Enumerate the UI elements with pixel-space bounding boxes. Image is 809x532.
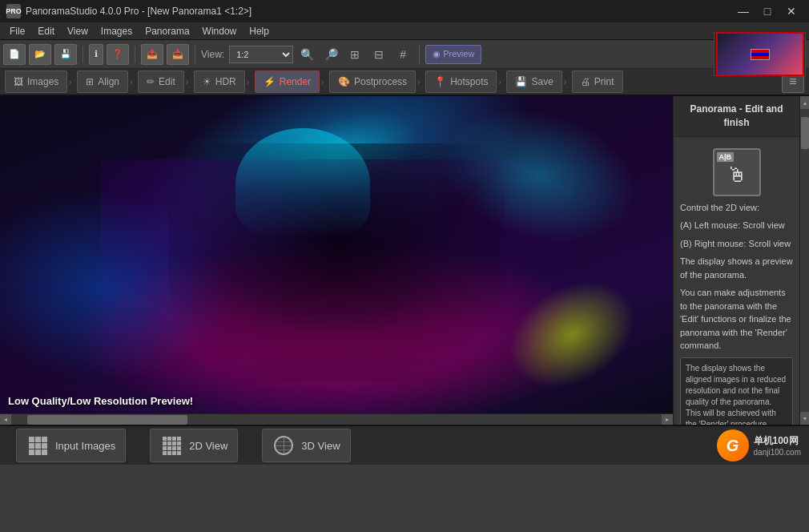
tab-2d-view[interactable]: 2D View [150,429,238,462]
grid-toggle[interactable]: ⊟ [368,44,389,65]
step-edit-label: Edit [159,76,175,87]
step-hotspots-label: Hotspots [450,76,488,87]
panel-content: A|B 🖱 Control the 2D view: (A) Left mous… [674,137,799,425]
separator-2 [135,46,135,63]
canvas-area[interactable]: Low Quality/Low Resolution Preview! [0,96,673,413]
minimize-button[interactable]: — [732,3,755,19]
step-print[interactable]: 🖨 Print [572,71,623,93]
scroll-left-button[interactable]: ◂ [0,414,11,425]
bottom-tabs: Input Images 2D View 3D View G 单机 [0,425,809,465]
help-button[interactable]: ❓ [107,44,129,65]
step-align[interactable]: ⊞ Align [77,71,128,93]
watermark: G 单机100网 danji100.com [717,429,801,461]
watermark-url: danji100.com [754,448,801,457]
hash-button[interactable]: # [392,44,413,65]
zoom-out-button[interactable]: 🔎 [320,44,341,65]
mouse-a-desc: (A) Left mouse: Scroll view [680,219,793,232]
view-zoom-select[interactable]: 1:2 1:1 1:4 Fit [229,46,293,63]
v-scroll-thumb[interactable] [801,117,809,149]
step-images[interactable]: 🖼 Images [5,71,67,93]
tab-input-images-label: Input Images [55,440,115,452]
h-scroll-thumb[interactable] [27,415,187,425]
titlebar: PRO PanoramaStudio 4.0.0 Pro - [New Pano… [0,0,809,22]
separator-1 [83,46,83,63]
view-label: View: [201,49,224,60]
right-panel: Panorama - Edit and finish A|B 🖱 Control… [673,96,799,425]
mouse-b-desc: (B) Right mouse: Scroll view [680,237,793,251]
print-icon: 🖨 [581,76,590,87]
fit-button[interactable]: ⊞ [344,44,365,65]
thumb-image [716,32,804,76]
thumb-flag [751,49,770,60]
2d-view-icon [160,434,183,457]
step-hdr[interactable]: ☀ HDR [194,71,245,93]
titlebar-left: PRO PanoramaStudio 4.0.0 Pro - [New Pano… [6,4,252,18]
menu-edit[interactable]: Edit [31,24,61,38]
edit-icon: ✏ [147,76,155,87]
import-button[interactable]: 📥 [167,44,189,65]
info-button[interactable]: ℹ [89,44,103,65]
panel-title: Panorama - Edit and finish [674,96,799,137]
step-postprocess-label: Postprocess [354,76,407,87]
preview-button[interactable]: ◉ Preview [425,45,481,64]
save-icon: 💾 [515,76,527,87]
step-images-label: Images [27,76,58,87]
panel-desc2: You can make adjustments to the panorama… [680,286,793,353]
vertical-scrollbar[interactable]: ▴ ▾ [799,96,809,425]
horizontal-scrollbar[interactable]: ◂ ▸ [0,413,673,425]
step-render[interactable]: ⚡ Render [255,71,320,93]
zoom-in-button[interactable]: 🔍 [296,44,317,65]
v-scroll-track[interactable] [800,109,809,412]
step-save[interactable]: 💾 Save [506,71,561,93]
mouse-icon: 🖱 [726,163,747,187]
app-title: PanoramaStudio 4.0.0 Pro - [New Panorama… [26,6,252,17]
step-hotspots[interactable]: 📍 Hotspots [425,71,497,93]
maximize-button[interactable]: □ [756,3,779,19]
new-button[interactable]: 📄 [3,44,26,65]
steps-toolbar: 🖼 Images › ⊞ Align › ✏ Edit › ☀ HDR › ⚡ … [0,69,809,96]
menu-window[interactable]: Window [196,24,244,38]
menu-help[interactable]: Help [243,24,276,38]
control-header: Control the 2D view: [680,201,793,215]
export-button[interactable]: 📤 [141,44,163,65]
align-icon: ⊞ [86,76,94,87]
step-align-label: Align [98,76,119,87]
ab-badge: A|B [717,152,735,162]
scroll-up-button[interactable]: ▴ [800,96,809,109]
save-tb-button[interactable]: 💾 [54,44,77,65]
postprocess-icon: 🎨 [338,76,350,87]
step-save-label: Save [531,76,553,87]
panel-note: The display shows the aligned images in … [680,357,793,425]
step-edit[interactable]: ✏ Edit [138,71,184,93]
step-render-label: Render [280,76,311,87]
main-wrapper: Low Quality/Low Resolution Preview! ◂ ▸ … [0,96,809,425]
thumbnail-preview [714,32,806,76]
watermark-text-block: 单机100网 danji100.com [754,434,801,457]
scroll-down-button[interactable]: ▾ [800,412,809,425]
app-logo: PRO [6,4,21,18]
menu-images[interactable]: Images [95,24,139,38]
tab-input-images[interactable]: Input Images [16,429,126,462]
scroll-right-button[interactable]: ▸ [662,414,673,425]
h-scroll-track[interactable] [11,414,662,425]
open-button[interactable]: 📂 [29,44,51,65]
canvas-wrapper: Low Quality/Low Resolution Preview! ◂ ▸ [0,96,673,425]
tab-3d-view[interactable]: 3D View [262,429,350,462]
tab-3d-view-label: 3D View [301,440,340,452]
step-print-label: Print [594,76,614,87]
3d-view-icon [272,434,295,457]
panel-icon: A|B 🖱 [713,148,761,196]
close-button[interactable]: ✕ [780,3,803,19]
menu-panorama[interactable]: Panorama [139,24,195,38]
hdr-icon: ☀ [203,76,211,87]
menu-file[interactable]: File [3,24,31,38]
hotspots-icon: 📍 [434,76,446,87]
menu-view[interactable]: View [61,24,95,38]
quality-label: Low Quality/Low Resolution Preview! [8,395,193,407]
render-icon: ⚡ [264,76,276,87]
panel-desc1: The display shows a preview of the panor… [680,255,793,281]
step-postprocess[interactable]: 🎨 Postprocess [329,71,416,93]
separator-4 [419,46,420,63]
watermark-logo: G [717,429,749,461]
images-icon: 🖼 [14,76,23,87]
